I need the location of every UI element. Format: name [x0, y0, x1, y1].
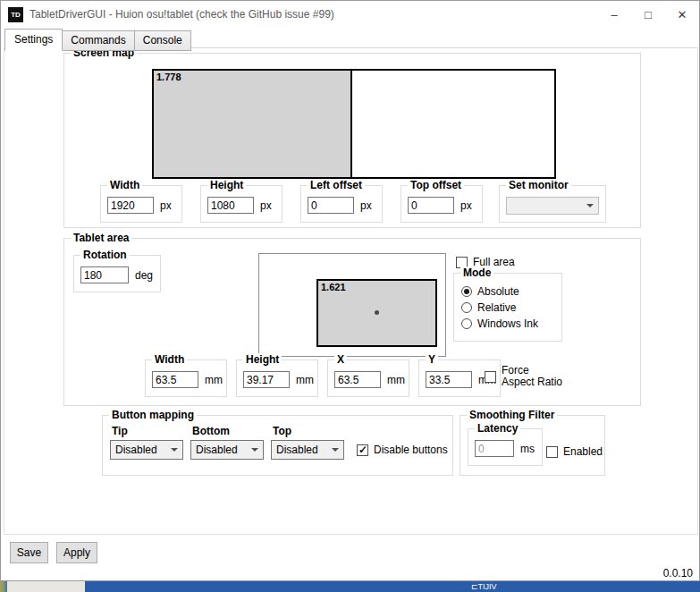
screen-height-field: Height px	[200, 185, 283, 223]
smoothing-enabled-checkbox[interactable]	[546, 446, 558, 458]
mode-absolute-row: Absolute	[461, 285, 519, 298]
top-offset-field: Top offset px	[401, 185, 483, 223]
rotation-field: Rotation deg	[73, 255, 161, 292]
mode-relative-radio[interactable]	[461, 302, 472, 313]
app-icon: TD	[8, 7, 23, 22]
top-select[interactable]: Disabled	[271, 440, 344, 460]
tablet-active-area-box[interactable]: 1.621	[316, 279, 437, 347]
window-controls: – □ ✕	[597, 1, 699, 28]
smoothing-enabled-row: Enabled	[546, 445, 603, 458]
latency-field: Latency ms	[468, 428, 543, 466]
mode-absolute-label: Absolute	[477, 285, 519, 298]
force-aspect-label: Force Aspect Ratio	[502, 365, 564, 388]
apply-button[interactable]: Apply	[56, 542, 97, 563]
area-x-label: X	[334, 353, 347, 366]
area-x-field: X mm	[327, 359, 409, 397]
latency-unit: ms	[520, 443, 535, 455]
maximize-icon[interactable]: □	[631, 1, 665, 28]
area-height-label: Height	[243, 353, 282, 366]
rotation-label: Rotation	[80, 249, 130, 261]
tab-settings[interactable]: Settings	[4, 29, 63, 51]
wallpaper-sliver	[0, 581, 7, 592]
save-button[interactable]: Save	[10, 542, 48, 563]
window-title: TabletDriverGUI - Huion osu!tablet (chec…	[30, 8, 334, 21]
left-offset-unit: px	[360, 199, 372, 212]
screen-width-unit: px	[160, 199, 172, 212]
mode-windows-ink-row: Windows Ink	[461, 317, 538, 330]
mode-windows-ink-radio[interactable]	[461, 318, 472, 329]
chevron-down-icon	[171, 448, 178, 452]
screen-width-label: Width	[107, 179, 142, 191]
chevron-down-icon	[332, 448, 339, 452]
button-mapping-group: Button mapping Tip Disabled Bottom Disab…	[102, 415, 453, 476]
tab-commands[interactable]: Commands	[62, 30, 134, 51]
chevron-down-icon	[586, 204, 594, 207]
bottom-select[interactable]: Disabled	[190, 440, 264, 460]
set-monitor-field: Set monitor	[499, 185, 606, 223]
close-icon[interactable]: ✕	[665, 1, 699, 28]
tablet-area-title: Tablet area	[71, 232, 131, 244]
taskbar[interactable]: ⊏TIJIV	[0, 581, 700, 592]
tip-label: Tip	[112, 425, 128, 437]
screen-width-input[interactable]	[107, 197, 154, 214]
screen-map-monitor-primary[interactable]: 1.778	[152, 69, 352, 179]
area-x-input[interactable]	[334, 371, 381, 388]
top-offset-unit: px	[460, 199, 472, 212]
mode-title: Mode	[460, 266, 493, 279]
mode-windows-ink-label: Windows Ink	[477, 317, 538, 330]
smoothing-filter-group: Smoothing Filter Latency ms Enabled	[460, 415, 605, 476]
smoothing-enabled-label: Enabled	[563, 445, 603, 458]
tabletdrivergui-window: TD TabletDriverGUI - Huion osu!tablet (c…	[0, 0, 700, 581]
disable-buttons-label: Disable buttons	[374, 444, 448, 456]
screen-height-unit: px	[260, 199, 272, 212]
area-width-label: Width	[152, 353, 187, 366]
set-monitor-select[interactable]	[506, 197, 599, 215]
bottom-value: Disabled	[196, 444, 251, 456]
area-height-input[interactable]	[243, 371, 290, 388]
tablet-full-area-box[interactable]: 1.621	[258, 253, 446, 357]
screen-map-monitor-secondary[interactable]	[352, 69, 556, 179]
set-monitor-label: Set monitor	[506, 179, 571, 191]
tablet-aspect-ratio-label: 1.621	[321, 282, 346, 292]
mode-absolute-radio[interactable]	[461, 286, 472, 297]
version-label: 0.0.10	[663, 567, 693, 579]
mode-relative-label: Relative	[477, 301, 516, 314]
tip-select[interactable]: Disabled	[110, 440, 183, 460]
screen-map-group: Screen map 1.778 Width px Height px Left…	[63, 53, 641, 228]
left-offset-field: Left offset px	[300, 185, 383, 223]
tablet-area-group: Tablet area Rotation deg 1.621 Full area…	[63, 238, 641, 406]
bottom-label: Bottom	[192, 425, 230, 437]
screen-aspect-ratio-label: 1.778	[156, 72, 181, 82]
latency-input[interactable]	[475, 440, 514, 457]
rotation-input[interactable]	[80, 266, 129, 283]
top-offset-label: Top offset	[408, 179, 464, 191]
area-width-input[interactable]	[152, 371, 198, 388]
disable-buttons-checkbox[interactable]	[357, 444, 368, 456]
left-offset-input[interactable]	[308, 197, 354, 214]
area-width-unit: mm	[205, 374, 223, 386]
top-label: Top	[273, 425, 291, 437]
screen-width-field: Width px	[100, 185, 182, 223]
area-height-field: Height mm	[236, 359, 318, 397]
screen-height-input[interactable]	[207, 197, 254, 214]
latency-label: Latency	[475, 422, 520, 435]
top-offset-input[interactable]	[408, 197, 454, 214]
tip-value: Disabled	[115, 444, 171, 456]
desktop: TD TabletDriverGUI - Huion osu!tablet (c…	[0, 0, 700, 592]
chevron-down-icon	[251, 448, 258, 452]
mode-relative-row: Relative	[461, 301, 516, 314]
tabstrip: Settings Commands Console	[4, 29, 190, 51]
left-offset-label: Left offset	[308, 179, 365, 191]
button-mapping-title: Button mapping	[109, 409, 197, 421]
tab-console[interactable]: Console	[134, 30, 191, 51]
area-y-input[interactable]	[426, 371, 472, 388]
force-aspect-checkbox[interactable]	[485, 371, 496, 383]
pen-position-dot	[375, 310, 379, 315]
area-x-unit: mm	[387, 374, 405, 386]
area-height-unit: mm	[296, 374, 314, 386]
taskbar-window-strip[interactable]: ⊏TIJIV	[85, 581, 700, 592]
titlebar[interactable]: TD TabletDriverGUI - Huion osu!tablet (c…	[1, 1, 699, 28]
mode-group: Mode Absolute Relative Windows Ink	[453, 273, 562, 342]
smoothing-filter-title: Smoothing Filter	[467, 409, 557, 421]
minimize-icon[interactable]: –	[597, 1, 631, 28]
